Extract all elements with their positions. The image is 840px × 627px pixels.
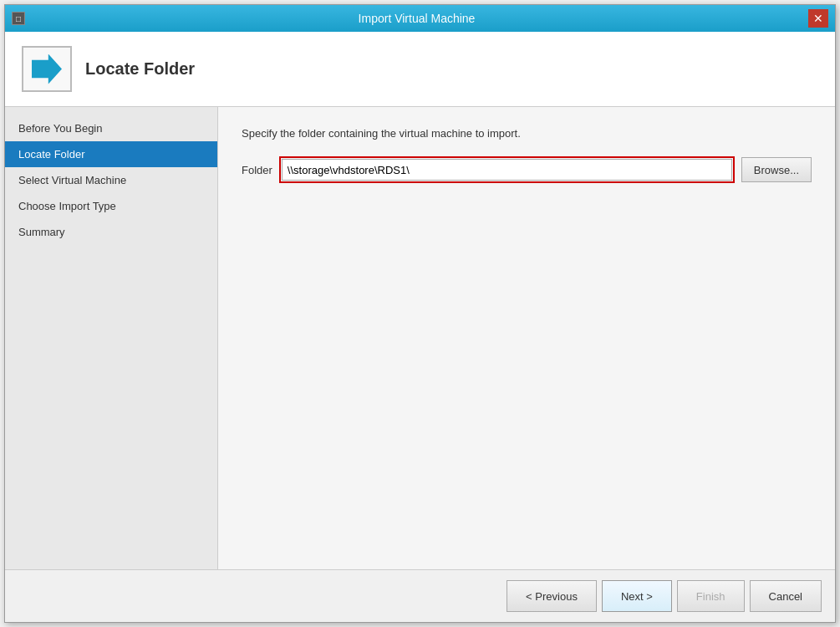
sidebar: Before You Begin Locate Folder Select Vi… [5, 107, 218, 569]
next-button[interactable]: Next > [602, 580, 672, 612]
dialog-title: Import Virtual Machine [25, 12, 808, 25]
previous-button[interactable]: < Previous [507, 580, 597, 612]
arrow-right-icon [32, 54, 62, 84]
content-area: Specify the folder containing the virtua… [218, 107, 835, 569]
cancel-button[interactable]: Cancel [750, 580, 822, 612]
sidebar-item-summary[interactable]: Summary [5, 219, 217, 245]
sidebar-item-locate-folder[interactable]: Locate Folder [5, 141, 217, 167]
folder-input-wrapper [279, 156, 735, 183]
sidebar-item-before-you-begin[interactable]: Before You Begin [5, 115, 217, 141]
finish-button[interactable]: Finish [677, 580, 745, 612]
main-area: Before You Begin Locate Folder Select Vi… [5, 107, 835, 569]
description-text: Specify the folder containing the virtua… [242, 127, 812, 140]
folder-input[interactable] [282, 159, 732, 181]
folder-label: Folder [242, 164, 272, 176]
page-title: Locate Folder [85, 59, 195, 79]
title-bar: □ Import Virtual Machine ✕ [5, 5, 835, 32]
close-button[interactable]: ✕ [808, 9, 828, 28]
footer: < Previous Next > Finish Cancel [5, 569, 835, 622]
browse-button[interactable]: Browse... [741, 157, 812, 182]
folder-row: Folder Browse... [242, 156, 812, 183]
header-area: Locate Folder [5, 32, 835, 107]
title-bar-icon: □ [12, 12, 25, 25]
sidebar-item-select-virtual-machine[interactable]: Select Virtual Machine [5, 167, 217, 193]
sidebar-item-choose-import-type[interactable]: Choose Import Type [5, 193, 217, 219]
import-virtual-machine-dialog: □ Import Virtual Machine ✕ Locate Folder… [4, 4, 836, 623]
header-icon-box [22, 46, 72, 92]
